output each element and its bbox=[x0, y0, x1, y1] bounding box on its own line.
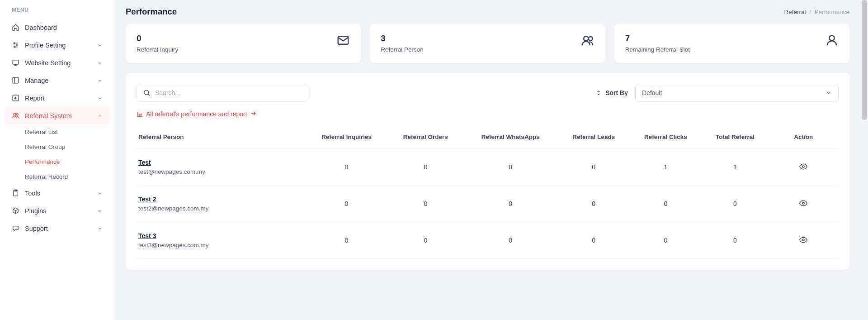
sidebar-item-support[interactable]: Support bbox=[5, 220, 110, 237]
cell-leads: 0 bbox=[558, 222, 630, 259]
arrow-right-icon bbox=[250, 110, 257, 117]
cell-whatsapps: 0 bbox=[463, 186, 558, 222]
search-wrap bbox=[137, 84, 308, 102]
stat-value: 0 bbox=[137, 33, 178, 43]
sidebar-item-dashboard[interactable]: Dashboard bbox=[5, 19, 110, 36]
sidebar-sub-item-referral-record[interactable]: Referral Record bbox=[25, 169, 110, 184]
home-icon bbox=[12, 24, 19, 31]
sidebar: MENU Dashboard Profile Setting Website S… bbox=[0, 0, 114, 320]
layout-icon bbox=[12, 76, 19, 84]
sidebar-item-label: Report bbox=[25, 95, 45, 102]
chevron-down-icon bbox=[97, 208, 103, 214]
sidebar-item-label: Manage bbox=[25, 77, 48, 84]
main-card: Sort By Default All referral's performan… bbox=[126, 73, 849, 270]
th-leads: Referral Leads bbox=[558, 128, 630, 149]
stat-label: Remaining Referral Slot bbox=[625, 46, 690, 53]
referral-person-name[interactable]: Test 3 bbox=[138, 232, 302, 239]
content: 0 Referral Inquiry 3 Referral Person 7 R… bbox=[114, 24, 861, 281]
cell-orders: 0 bbox=[388, 222, 463, 259]
chevron-down-icon bbox=[97, 60, 103, 66]
stat-value: 7 bbox=[625, 33, 690, 43]
sidebar-item-tools[interactable]: Tools bbox=[5, 184, 110, 202]
chevron-down-icon bbox=[97, 191, 103, 196]
referral-person-name[interactable]: Test bbox=[138, 159, 302, 166]
page-title: Performance bbox=[126, 7, 177, 17]
cell-orders: 0 bbox=[388, 186, 463, 222]
message-icon bbox=[12, 224, 19, 232]
stat-card-referral-inquiry: 0 Referral Inquiry bbox=[126, 24, 361, 63]
sidebar-submenu: Referral ListReferral GroupPerformanceRe… bbox=[5, 124, 110, 184]
users2-icon bbox=[581, 33, 594, 48]
sidebar-item-label: Tools bbox=[25, 190, 40, 197]
sidebar-item-referral-system[interactable]: Referral System bbox=[5, 107, 110, 124]
sidebar-item-label: Profile Setting bbox=[25, 42, 66, 49]
sidebar-item-label: Website Setting bbox=[25, 59, 71, 67]
cell-clicks: 0 bbox=[630, 186, 702, 222]
th-clicks: Referral Clicks bbox=[630, 128, 702, 149]
cell-leads: 0 bbox=[558, 186, 630, 222]
main-content: Performance Referral / Performance 0 Ref… bbox=[114, 0, 861, 320]
th-person: Referral Person bbox=[137, 128, 305, 149]
search-input[interactable] bbox=[137, 84, 308, 102]
sort-by-label: Sort By bbox=[595, 89, 628, 96]
sidebar-item-website-setting[interactable]: Website Setting bbox=[5, 54, 110, 72]
cell-total: 0 bbox=[702, 222, 768, 259]
sort-select[interactable]: Default bbox=[635, 84, 839, 102]
view-button[interactable] bbox=[799, 239, 808, 246]
referral-person-email: test@newpages.com.my bbox=[138, 168, 205, 175]
breadcrumb-first[interactable]: Referral bbox=[784, 9, 806, 15]
clipboard-icon bbox=[12, 189, 19, 197]
breadcrumb-current: Performance bbox=[815, 9, 849, 15]
sidebar-item-report[interactable]: Report bbox=[5, 89, 110, 107]
sidebar-item-manage[interactable]: Manage bbox=[5, 72, 110, 89]
page-header: Performance Referral / Performance bbox=[114, 0, 861, 24]
sidebar-item-plugins[interactable]: Plugins bbox=[5, 202, 110, 220]
all-referral-report-link[interactable]: All referral's performance and report bbox=[137, 110, 839, 118]
cell-inquiries: 0 bbox=[305, 186, 388, 222]
cell-inquiries: 0 bbox=[305, 149, 388, 186]
stat-value: 3 bbox=[381, 33, 424, 43]
cell-whatsapps: 0 bbox=[463, 149, 558, 186]
th-orders: Referral Orders bbox=[388, 128, 463, 149]
stat-label: Referral Person bbox=[381, 46, 424, 53]
scrollbar-track[interactable] bbox=[861, 0, 868, 320]
cell-clicks: 1 bbox=[630, 149, 702, 186]
sidebar-heading: MENU bbox=[5, 7, 110, 19]
referral-person-name[interactable]: Test 2 bbox=[138, 196, 302, 203]
eye-icon bbox=[799, 199, 808, 208]
chevron-down-icon bbox=[97, 78, 103, 83]
chevron-up-icon bbox=[97, 113, 103, 119]
chevron-down-icon bbox=[97, 43, 103, 48]
sort-select-value: Default bbox=[642, 89, 662, 96]
th-inquiries: Referral Inquiries bbox=[305, 128, 388, 149]
sidebar-item-profile-setting[interactable]: Profile Setting bbox=[5, 36, 110, 54]
eye-icon bbox=[799, 235, 808, 244]
table-row: Test 2 test2@newpages.com.my 0 0 0 0 0 0 bbox=[137, 186, 839, 222]
performance-table: Referral Person Referral Inquiries Refer… bbox=[137, 128, 839, 259]
sidebar-sub-item-performance[interactable]: Performance bbox=[25, 154, 110, 169]
view-button[interactable] bbox=[799, 165, 808, 172]
th-action: Action bbox=[769, 128, 839, 149]
cell-total: 1 bbox=[702, 149, 768, 186]
chart-area-icon bbox=[137, 111, 143, 118]
table-row: Test 3 test3@newpages.com.my 0 0 0 0 0 0 bbox=[137, 222, 839, 259]
stat-label: Referral Inquiry bbox=[137, 46, 178, 53]
sidebar-item-label: Support bbox=[25, 225, 48, 232]
sort-icon bbox=[595, 90, 602, 96]
th-whatsapps: Referral WhatsApps bbox=[463, 128, 558, 149]
sliders-icon bbox=[12, 41, 19, 49]
sidebar-item-label: Referral System bbox=[25, 112, 72, 119]
scrollbar-thumb[interactable] bbox=[862, 0, 867, 120]
bar-icon bbox=[12, 94, 19, 102]
cell-whatsapps: 0 bbox=[463, 222, 558, 259]
breadcrumb-separator: / bbox=[809, 9, 811, 15]
sidebar-sub-item-referral-group[interactable]: Referral Group bbox=[25, 139, 110, 154]
cell-total: 0 bbox=[702, 186, 768, 222]
cell-inquiries: 0 bbox=[305, 222, 388, 259]
sidebar-sub-item-referral-list[interactable]: Referral List bbox=[25, 124, 110, 139]
stat-card-referral-person: 3 Referral Person bbox=[370, 24, 605, 63]
sidebar-item-label: Plugins bbox=[25, 207, 47, 215]
cell-leads: 0 bbox=[558, 149, 630, 186]
eye-icon bbox=[799, 162, 808, 171]
view-button[interactable] bbox=[799, 202, 808, 209]
